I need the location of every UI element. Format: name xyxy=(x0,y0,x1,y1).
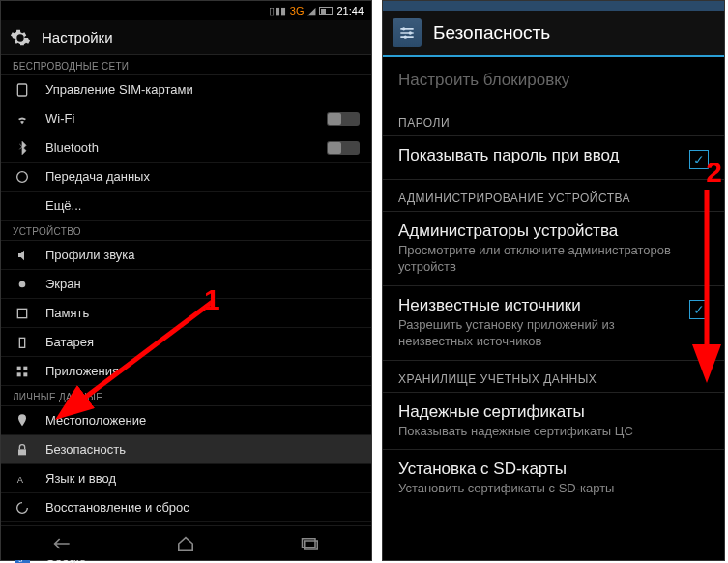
row-backup[interactable]: Восстановление и сброс xyxy=(1,493,371,522)
battery-icon xyxy=(319,7,333,15)
row-install-sd[interactable]: Установка с SD-карты Установить сертифик… xyxy=(383,450,724,507)
security-title: Безопасность xyxy=(433,22,550,44)
home-button[interactable] xyxy=(172,534,199,553)
svg-text:A: A xyxy=(17,475,24,485)
row-label: Приложения xyxy=(45,364,360,378)
row-label: Управление SIM-картами xyxy=(45,82,360,97)
row-label: Ещё... xyxy=(45,198,360,213)
bluetooth-toggle[interactable] xyxy=(327,141,360,155)
row-battery[interactable]: Батарея xyxy=(1,328,371,357)
item-subtitle: Разрешить установку приложений из неизве… xyxy=(398,317,680,350)
svg-rect-5 xyxy=(17,366,21,370)
location-icon xyxy=(13,411,32,430)
wifi-icon xyxy=(13,109,32,129)
section-passwords: ПАРОЛИ xyxy=(383,104,724,136)
row-label: Восстановление и сброс xyxy=(45,500,360,515)
network-label: 3G xyxy=(290,5,305,16)
apps-icon xyxy=(13,362,32,381)
row-label: Батарея xyxy=(45,335,360,349)
row-security[interactable]: Безопасность xyxy=(1,435,371,464)
item-title: Надежные сертификаты xyxy=(398,402,709,422)
row-label: Безопасность xyxy=(45,442,360,457)
row-location[interactable]: Местоположение xyxy=(1,406,371,435)
item-subtitle: Просмотрите или отключите администраторо… xyxy=(398,243,709,276)
sim-icon xyxy=(13,80,32,100)
svg-rect-9 xyxy=(18,449,26,455)
row-wifi[interactable]: Wi-Fi xyxy=(1,104,371,133)
annotation-label-1: 1 xyxy=(204,283,220,316)
row-label: Память xyxy=(45,306,360,320)
lock-icon xyxy=(13,440,32,459)
item-subtitle: Показывать надежные сертификаты ЦС xyxy=(398,424,709,440)
svg-point-16 xyxy=(402,27,405,30)
row-data-usage[interactable]: Передача данных xyxy=(1,163,371,192)
row-label: Передача данных xyxy=(45,169,360,184)
clock: 21:44 xyxy=(336,5,364,16)
row-device-admins[interactable]: Администраторы устройства Просмотрите ил… xyxy=(383,212,724,286)
battery-icon xyxy=(13,333,32,352)
row-sound[interactable]: Профили звука xyxy=(1,241,371,270)
status-bar: ▯▮▮ 3G ◢ 21:44 xyxy=(1,1,371,20)
backup-icon xyxy=(13,498,32,518)
item-title: Неизвестные источники xyxy=(398,296,680,315)
item-title: Установка с SD-карты xyxy=(398,459,709,479)
app-header: Настройки xyxy=(1,20,371,55)
blank-icon xyxy=(13,196,32,216)
gear-icon xyxy=(9,26,32,49)
page-title: Настройки xyxy=(42,29,113,45)
lock-setup-row[interactable]: Настроить блокировку xyxy=(383,57,724,104)
left-phone-settings: ▯▮▮ 3G ◢ 21:44 Настройки БЕСПРОВОДНЫЕ СЕ… xyxy=(0,0,372,561)
svg-rect-0 xyxy=(17,84,26,96)
section-admin: АДМИНИСТРИРОВАНИЕ УСТРОЙСТВА xyxy=(383,180,724,212)
row-memory[interactable]: Память xyxy=(1,299,371,328)
svg-point-18 xyxy=(404,36,407,39)
svg-rect-8 xyxy=(23,372,27,376)
row-display[interactable]: Экран xyxy=(1,270,371,299)
row-trusted-certs[interactable]: Надежные сертификаты Показывать надежные… xyxy=(383,393,724,451)
section-personal: ЛИЧНЫЕ ДАННЫЕ xyxy=(1,386,371,406)
signal-bars-icon: ◢ xyxy=(307,5,315,17)
row-language[interactable]: A Язык и ввод xyxy=(1,464,371,493)
row-label: Wi-Fi xyxy=(45,111,327,126)
language-icon: A xyxy=(13,469,32,489)
data-icon xyxy=(13,167,32,187)
bluetooth-icon xyxy=(13,138,32,158)
unknown-sources-checkbox[interactable] xyxy=(689,300,709,319)
row-label: Профили звука xyxy=(45,248,360,262)
row-label: Язык и ввод xyxy=(45,471,360,486)
row-show-password[interactable]: Показывать пароль при ввод xyxy=(383,136,724,180)
back-button[interactable] xyxy=(49,534,76,553)
svg-point-1 xyxy=(17,171,28,182)
row-label: Экран xyxy=(45,277,360,291)
item-title: Администраторы устройства xyxy=(398,222,709,241)
row-bluetooth[interactable]: Bluetooth xyxy=(1,133,371,163)
row-more[interactable]: Ещё... xyxy=(1,192,371,221)
sound-icon xyxy=(13,246,32,265)
svg-point-17 xyxy=(409,31,412,34)
recent-button[interactable] xyxy=(296,534,323,553)
section-cred-storage: ХРАНИЛИЩЕ УЧЕТНЫХ ДАННЫХ xyxy=(383,361,724,393)
svg-rect-7 xyxy=(17,372,21,376)
row-apps[interactable]: Приложения xyxy=(1,357,371,386)
nav-bar xyxy=(1,525,371,560)
right-phone-security: Безопасность Настроить блокировку ПАРОЛИ… xyxy=(382,0,725,561)
item-title: Показывать пароль при ввод xyxy=(398,146,680,165)
lock-setup-label: Настроить блокировку xyxy=(398,71,569,89)
security-header: Безопасность xyxy=(383,11,724,57)
wifi-toggle[interactable] xyxy=(327,112,360,126)
sliders-icon xyxy=(393,18,422,47)
display-icon xyxy=(13,275,32,294)
row-label: Bluetooth xyxy=(45,140,327,155)
svg-point-2 xyxy=(19,281,26,287)
row-unknown-sources[interactable]: Неизвестные источники Разрешить установк… xyxy=(383,286,724,361)
status-strip xyxy=(383,1,724,11)
signal-icon: ▯▮▮ xyxy=(269,5,286,17)
svg-rect-4 xyxy=(19,338,24,347)
svg-rect-3 xyxy=(17,309,26,317)
row-sim[interactable]: Управление SIM-картами xyxy=(1,75,371,104)
section-wireless: БЕСПРОВОДНЫЕ СЕТИ xyxy=(1,55,371,75)
annotation-label-2: 2 xyxy=(706,156,722,189)
section-device: УСТРОЙСТВО xyxy=(1,221,371,241)
svg-rect-6 xyxy=(23,366,27,370)
item-subtitle: Установить сертификаты с SD-карты xyxy=(398,481,709,497)
